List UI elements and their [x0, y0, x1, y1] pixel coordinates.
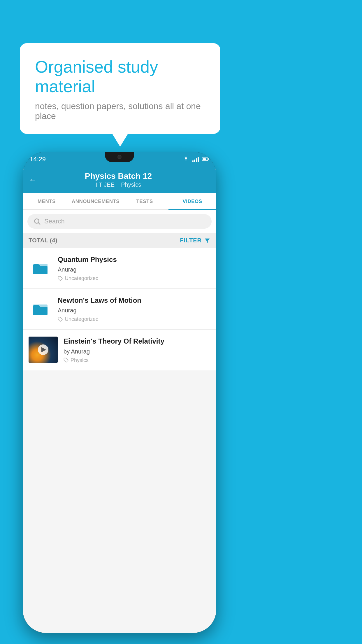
video-tag: Uncategorized	[58, 275, 210, 281]
status-icons	[182, 157, 209, 162]
search-bar[interactable]: Search	[27, 214, 212, 229]
video-title: Newton's Laws of Motion	[58, 296, 210, 305]
search-container: Search	[23, 210, 216, 233]
tag-label: Uncategorized	[65, 316, 99, 322]
battery-icon	[202, 158, 209, 161]
svg-rect-6	[33, 307, 48, 315]
search-icon	[33, 218, 41, 225]
wifi-icon	[182, 157, 189, 162]
header-subtitle-iitjee: IIT JEE	[96, 181, 115, 188]
tab-ments[interactable]: MENTS	[23, 193, 71, 210]
filter-bar: TOTAL (4) FILTER	[23, 233, 216, 248]
header-subtitle-physics: Physics	[121, 181, 141, 188]
tag-icon	[64, 358, 69, 363]
status-time: 14:29	[30, 155, 46, 163]
video-author: Anurag	[58, 307, 210, 314]
svg-line-1	[38, 223, 40, 225]
video-tag: Uncategorized	[58, 316, 210, 322]
video-title: Einstein's Theory Of Relativity	[64, 337, 210, 346]
tab-videos[interactable]: VIDEOS	[168, 193, 216, 210]
speech-bubble: Organised study material notes, question…	[20, 43, 220, 134]
svg-rect-3	[33, 266, 48, 274]
video-author: Anurag	[58, 266, 210, 273]
folder-icon-container	[29, 296, 52, 322]
play-button[interactable]	[38, 344, 48, 355]
back-button[interactable]: ←	[29, 175, 37, 185]
play-icon	[41, 347, 46, 352]
list-item[interactable]: Newton's Laws of Motion Anurag Uncategor…	[23, 289, 216, 330]
video-info: Quantum Physics Anurag Uncategorized	[58, 255, 210, 281]
tag-icon	[58, 317, 63, 322]
folder-icon	[31, 300, 49, 318]
video-title: Quantum Physics	[58, 255, 210, 264]
video-author: by Anurag	[64, 348, 210, 355]
header-main-title: Physics Batch 12	[41, 172, 195, 181]
filter-label: FILTER	[180, 237, 202, 244]
header-subtitle: IIT JEE Physics	[41, 181, 195, 188]
phone-notch	[105, 152, 134, 162]
total-count-label: TOTAL (4)	[29, 237, 57, 244]
folder-icon-container	[29, 255, 52, 281]
phone-frame: 14:29	[23, 152, 216, 633]
video-info: Einstein's Theory Of Relativity by Anura…	[64, 337, 210, 363]
tag-label: Uncategorized	[65, 275, 99, 281]
video-tag: Physics	[64, 357, 210, 363]
header-title-area: Physics Batch 12 IIT JEE Physics	[41, 172, 195, 188]
bubble-title: Organised study material	[35, 57, 205, 96]
video-info: Newton's Laws of Motion Anurag Uncategor…	[58, 296, 210, 322]
bubble-subtitle: notes, question papers, solutions all at…	[35, 101, 205, 121]
video-list: Quantum Physics Anurag Uncategorized	[23, 248, 216, 370]
tag-icon	[58, 276, 63, 281]
front-camera	[117, 155, 122, 159]
search-placeholder: Search	[44, 218, 65, 225]
filter-button[interactable]: FILTER	[180, 237, 210, 244]
signal-icon	[192, 157, 199, 162]
tab-tests[interactable]: TESTS	[121, 193, 168, 210]
folder-icon	[31, 259, 49, 277]
tab-announcements[interactable]: ANNOUNCEMENTS	[71, 193, 121, 210]
app-header: ← Physics Batch 12 IIT JEE Physics	[23, 167, 216, 193]
phone-screen: ← Physics Batch 12 IIT JEE Physics MENTS…	[23, 167, 216, 633]
tabs-bar: MENTS ANNOUNCEMENTS TESTS VIDEOS	[23, 193, 216, 210]
tag-label: Physics	[71, 357, 89, 363]
list-item[interactable]: Quantum Physics Anurag Uncategorized	[23, 248, 216, 289]
svg-point-0	[34, 219, 39, 223]
list-item[interactable]: Einstein's Theory Of Relativity by Anura…	[23, 330, 216, 370]
video-thumbnail	[29, 337, 58, 363]
status-bar: 14:29	[23, 152, 216, 167]
filter-icon	[204, 237, 210, 244]
